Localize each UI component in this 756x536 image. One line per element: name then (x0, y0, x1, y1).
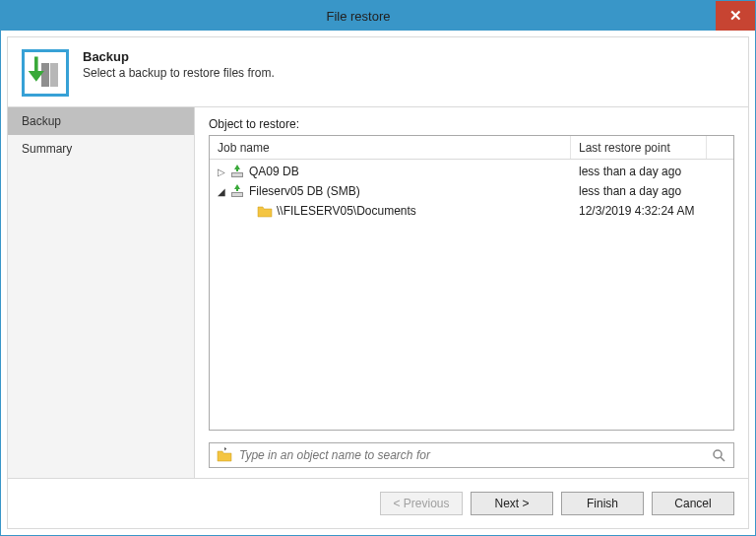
svg-rect-4 (232, 173, 242, 176)
search-icon[interactable] (710, 446, 727, 464)
object-to-restore-label: Object to restore: (209, 117, 734, 131)
header-text: Backup Select a backup to restore files … (83, 49, 275, 80)
nav-item-label: Backup (22, 114, 61, 128)
nav-item-summary[interactable]: Summary (8, 135, 194, 163)
expander-icon[interactable]: ◢ (216, 186, 227, 197)
titlebar: File restore ✕ (1, 1, 755, 31)
job-icon (229, 183, 245, 199)
finish-button[interactable]: Finish (561, 492, 644, 515)
button-label: Cancel (674, 497, 711, 510)
body-split: Backup Summary Object to restore: Job na… (8, 106, 748, 479)
job-icon (229, 164, 245, 179)
tree-row[interactable]: ◢ Fileserv05 DB (SMB) (210, 181, 733, 201)
svg-marker-5 (234, 165, 240, 171)
backup-icon (22, 49, 69, 97)
svg-point-10 (714, 450, 722, 458)
search-box[interactable] (209, 442, 734, 468)
restore-tree: Job name Last restore point ▷ (209, 135, 734, 431)
cancel-button[interactable]: Cancel (652, 492, 734, 515)
footer-buttons: < Previous Next > Finish Cancel (8, 479, 748, 528)
svg-line-11 (721, 457, 724, 461)
svg-marker-8 (234, 184, 240, 191)
svg-rect-0 (41, 63, 49, 87)
search-input[interactable] (237, 447, 710, 463)
svg-marker-9 (224, 447, 226, 450)
next-button[interactable]: Next > (471, 492, 553, 515)
column-spacer (707, 136, 733, 159)
tree-row-restore: 12/3/2019 4:32:24 AM (571, 204, 733, 218)
close-icon: ✕ (729, 7, 742, 25)
file-restore-window: File restore ✕ Backup Select a backup to… (0, 0, 756, 536)
main-panel: Object to restore: Job name Last restore… (195, 107, 748, 478)
tree-body[interactable]: ▷ QA09 DB less than (210, 160, 733, 430)
page-heading: Backup (83, 49, 275, 64)
inner-panel: Backup Select a backup to restore files … (7, 36, 749, 529)
tree-row-restore: less than a day ago (571, 184, 733, 198)
column-last-restore-point[interactable]: Last restore point (571, 136, 707, 159)
button-label: < Previous (393, 497, 449, 510)
close-button[interactable]: ✕ (716, 1, 755, 31)
tree-header: Job name Last restore point (210, 136, 733, 160)
folder-search-icon (216, 446, 233, 464)
button-label: Finish (587, 497, 618, 510)
nav-sidebar: Backup Summary (8, 107, 195, 478)
nav-item-backup[interactable]: Backup (8, 107, 194, 135)
header-region: Backup Select a backup to restore files … (8, 37, 748, 106)
previous-button: < Previous (380, 492, 463, 515)
tree-row-restore: less than a day ago (571, 165, 733, 178)
window-title: File restore (1, 1, 716, 31)
expander-icon[interactable]: ▷ (216, 167, 227, 177)
tree-row[interactable]: \\FILESERV05\Documents 12/3/2019 4:32:24… (210, 201, 733, 221)
svg-rect-1 (50, 63, 58, 87)
tree-row[interactable]: ▷ QA09 DB less than (210, 162, 733, 181)
nav-item-label: Summary (22, 142, 72, 156)
column-job-name[interactable]: Job name (210, 136, 571, 159)
tree-row-label: QA09 DB (249, 165, 299, 178)
svg-rect-7 (232, 193, 242, 196)
page-subheading: Select a backup to restore files from. (83, 66, 275, 80)
button-label: Next > (494, 497, 529, 510)
tree-row-label: \\FILESERV05\Documents (277, 204, 416, 218)
tree-row-label: Fileserv05 DB (SMB) (249, 184, 360, 198)
folder-icon (257, 203, 273, 219)
